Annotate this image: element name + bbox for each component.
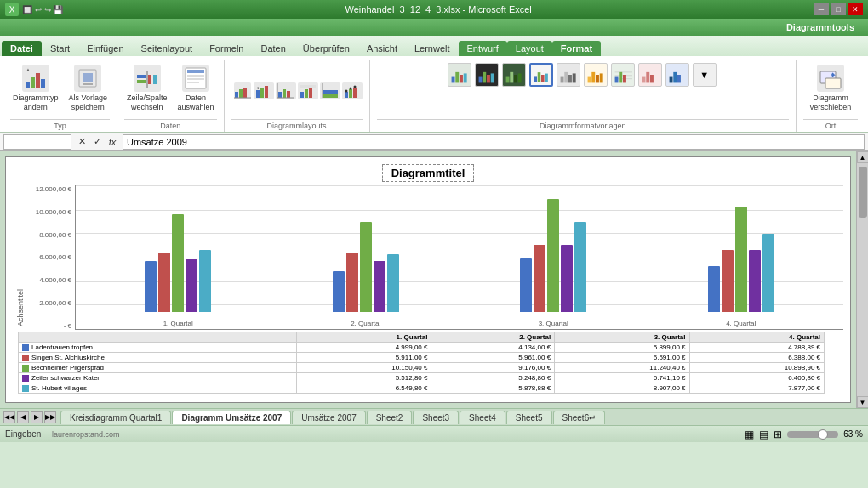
name-box[interactable] bbox=[3, 134, 71, 150]
layout4-icon bbox=[298, 82, 318, 99]
scroll-down-button[interactable]: ▼ bbox=[857, 396, 869, 408]
sheet-nav-prev[interactable]: ◀ bbox=[17, 411, 29, 423]
daten-auswaehlen-button[interactable]: Datenauswählen bbox=[175, 63, 217, 114]
zoom-slider[interactable] bbox=[787, 431, 838, 438]
formula-fx-button[interactable]: fx bbox=[106, 135, 119, 149]
sheet-tab-diagramm[interactable]: Diagramm Umsätze 2007 bbox=[172, 411, 291, 424]
svg-rect-6 bbox=[83, 73, 93, 82]
sheet-tab-kreisdiagramm[interactable]: Kreisdiagramm Quartal1 bbox=[60, 411, 171, 424]
window-buttons: ─ □ ✕ bbox=[814, 3, 863, 15]
format-style-7[interactable] bbox=[611, 63, 635, 87]
close-button[interactable]: ✕ bbox=[848, 3, 863, 15]
diagramm-verschieben-button[interactable]: Diagrammverschieben bbox=[808, 63, 854, 114]
bar-q1-green bbox=[172, 214, 184, 312]
minimize-button[interactable]: ─ bbox=[814, 3, 829, 15]
legend-q3-1: 5.899,00 € bbox=[555, 343, 689, 353]
sheet-nav-first[interactable]: ◀◀ bbox=[3, 411, 15, 423]
ribbon-group-typ-content: ▲ Diagrammtypändern Als Vorlagespeichern bbox=[10, 60, 110, 119]
diagrammtyp-button[interactable]: ▲ Diagrammtypändern bbox=[10, 63, 61, 114]
view-pagebreak-icon[interactable]: ⊞ bbox=[774, 428, 782, 440]
legend-q1-5: 6.549,80 € bbox=[297, 383, 431, 394]
x-label-q4: 4. Quartal bbox=[726, 320, 756, 327]
zeile-spalte-icon bbox=[134, 65, 161, 92]
sheet-tab-sheet2[interactable]: Sheet2 bbox=[367, 411, 413, 424]
title-bar: X 🔲 ↩ ↪ 💾 Weinhandel_3_12_4_3.xlsx - Mic… bbox=[0, 0, 868, 19]
formula-input[interactable] bbox=[123, 134, 865, 150]
bar-q2-green bbox=[360, 222, 372, 312]
formula-confirm-button[interactable]: ✓ bbox=[90, 135, 104, 149]
svg-rect-78 bbox=[677, 75, 681, 82]
zoom-thumb[interactable] bbox=[818, 429, 828, 440]
tab-lernwelt[interactable]: Lernwelt bbox=[406, 41, 459, 56]
y-label-2k: 2.000,00 € bbox=[39, 299, 71, 307]
title-bar-left: X 🔲 ↩ ↪ 💾 bbox=[5, 3, 63, 16]
bar-q4-blue bbox=[708, 266, 720, 312]
svg-rect-10 bbox=[148, 75, 151, 84]
legend-color-4 bbox=[22, 375, 29, 382]
format-style-5[interactable] bbox=[557, 63, 580, 87]
bar-q3-red bbox=[534, 245, 545, 312]
diagrammtools-bar: Diagrammtools bbox=[0, 19, 868, 36]
tab-layout[interactable]: Layout bbox=[507, 41, 552, 56]
y-label-10k: 10.000,00 € bbox=[36, 208, 71, 216]
scroll-up-button[interactable]: ▲ bbox=[857, 151, 869, 163]
layout-btn-3[interactable] bbox=[276, 81, 296, 101]
layout-btn-6[interactable] bbox=[342, 81, 363, 101]
format-style-3[interactable] bbox=[502, 63, 526, 87]
format-style-2[interactable] bbox=[475, 63, 499, 87]
sheet-nav-last[interactable]: ▶▶ bbox=[44, 411, 56, 423]
format-style-more[interactable]: ▼ bbox=[693, 63, 717, 87]
tab-ansicht[interactable]: Ansicht bbox=[358, 41, 406, 56]
layout-btn-5[interactable] bbox=[320, 81, 340, 101]
ribbon-tabs: Datei Start Einfügen Seitenlayout Formel… bbox=[0, 36, 868, 56]
tab-einfuegen[interactable]: Einfügen bbox=[78, 41, 132, 56]
svg-rect-30 bbox=[300, 92, 304, 98]
format-style-1[interactable] bbox=[448, 63, 471, 87]
svg-point-42 bbox=[353, 86, 356, 88]
sheet-nav-next[interactable]: ▶ bbox=[31, 411, 43, 423]
formula-buttons: ✕ ✓ fx bbox=[75, 135, 119, 149]
excel-icon: X bbox=[5, 3, 19, 16]
sheet-tab-sheet3[interactable]: Sheet3 bbox=[413, 411, 459, 424]
layout-btn-2[interactable]: 1 bbox=[254, 81, 274, 101]
view-layout-icon[interactable]: ▤ bbox=[759, 428, 768, 440]
legend-name-2: Singen St. Alchiuskirche bbox=[19, 353, 297, 363]
tab-format[interactable]: Format bbox=[552, 41, 601, 56]
bar-q3-blue bbox=[520, 258, 532, 312]
sheet-tab-sheet5[interactable]: Sheet5 bbox=[506, 411, 552, 424]
format-style-9[interactable] bbox=[665, 63, 689, 87]
svg-rect-31 bbox=[305, 89, 308, 98]
tab-entwurf[interactable]: Entwurf bbox=[459, 41, 507, 56]
als-vorlage-button[interactable]: Als Vorlagespeichern bbox=[66, 63, 111, 114]
chart-plot: 1. Quartal 2. Quartal 3. Quartal 4. Quar… bbox=[75, 185, 843, 330]
svg-rect-63 bbox=[587, 77, 591, 83]
sheet-tab-sheet6[interactable]: Sheet6↵ bbox=[553, 411, 606, 424]
svg-rect-16 bbox=[187, 82, 199, 83]
svg-rect-76 bbox=[669, 77, 672, 83]
legend-row-2: Singen St. Alchiuskirche 5.911,00 € 5.96… bbox=[19, 353, 825, 363]
tab-formeln[interactable]: Formeln bbox=[201, 41, 252, 56]
scroll-thumb[interactable] bbox=[859, 167, 867, 218]
tab-seitenlayout[interactable]: Seitenlayout bbox=[133, 41, 202, 56]
sheet-tab-umsaetze2007[interactable]: Umsätze 2007 bbox=[292, 411, 365, 424]
ribbon-group-layouts-label: Diagrammlayouts bbox=[231, 119, 363, 132]
tab-datei[interactable]: Datei bbox=[2, 41, 42, 56]
tab-ueberpruefen[interactable]: Überprüfen bbox=[294, 41, 358, 56]
maximize-button[interactable]: □ bbox=[831, 3, 846, 15]
format-style-6[interactable] bbox=[584, 63, 608, 87]
scrollbar-right[interactable]: ▲ ▼ bbox=[856, 151, 868, 408]
chart-title[interactable]: Diagrammtitel bbox=[382, 164, 475, 182]
tab-daten[interactable]: Daten bbox=[252, 41, 294, 56]
formula-cancel-button[interactable]: ✕ bbox=[75, 135, 89, 149]
view-normal-icon[interactable]: ▦ bbox=[745, 428, 754, 440]
sheet-tab-sheet4[interactable]: Sheet4 bbox=[460, 411, 505, 424]
format-style-8[interactable] bbox=[638, 63, 662, 87]
legend-header-q2: 2. Quartal bbox=[431, 332, 555, 343]
format-style-4[interactable] bbox=[529, 63, 553, 87]
svg-rect-26 bbox=[283, 89, 286, 98]
tab-start[interactable]: Start bbox=[42, 41, 78, 56]
layout-btn-1[interactable] bbox=[231, 81, 252, 101]
layout-btn-4[interactable] bbox=[298, 81, 318, 101]
legend-row-1: Ladentrauen tropfen 4.999,00 € 4.134,00 … bbox=[19, 343, 825, 353]
zeile-spalte-button[interactable]: Zeile/Spaltewechseln bbox=[124, 63, 170, 114]
